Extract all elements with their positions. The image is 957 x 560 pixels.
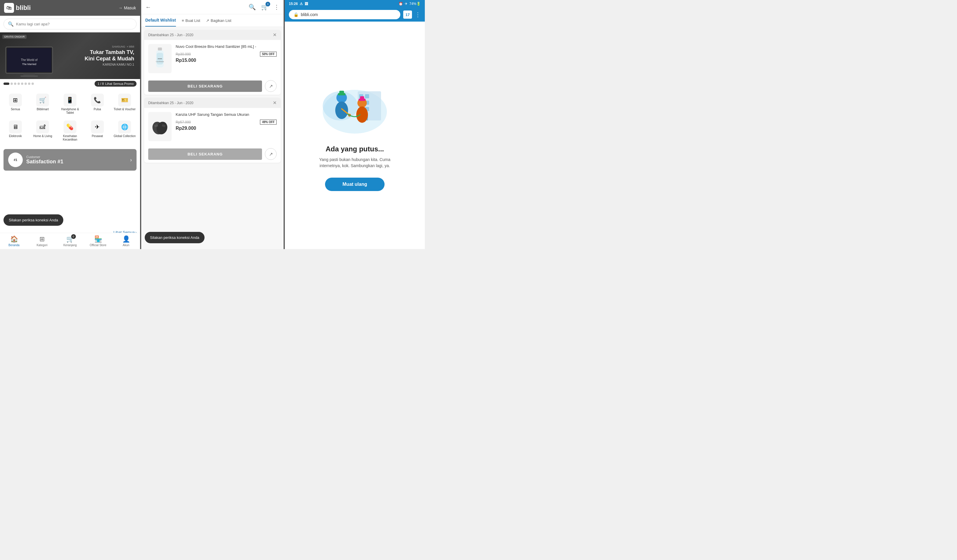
category-ticket[interactable]: 🎫 Ticket & Voucher bbox=[111, 91, 138, 117]
category-bliblimart[interactable]: 🛒 Bliblimart bbox=[30, 91, 56, 117]
browser-menu-icon[interactable]: ⋮ bbox=[415, 11, 421, 18]
category-pulsa[interactable]: 📞 Pulsa bbox=[84, 91, 111, 117]
svg-rect-34 bbox=[360, 96, 364, 99]
wishlist-card-2: Ditambahkan 25 - Jun - 2020 ✕ Kanzia UHF… bbox=[144, 98, 281, 163]
dot-6[interactable] bbox=[25, 82, 27, 85]
category-elektronik[interactable]: 🖥 Elektronik bbox=[2, 118, 28, 144]
nav-keranjang[interactable]: 🛒 0 Keranjang bbox=[56, 233, 84, 249]
category-kesehatan[interactable]: 💊 Kesehatan Kecantikan bbox=[57, 118, 83, 144]
search-button[interactable]: 🔍 bbox=[249, 3, 256, 11]
cart-button[interactable]: 🛒 0 bbox=[261, 3, 268, 11]
panel2-toast: Silakan periksa koneksi Anda bbox=[145, 232, 205, 243]
category-grid: ⊞ Semua 🛒 Bliblimart 📱 Handphone & Table… bbox=[0, 91, 140, 144]
error-title: Ada yang putus... bbox=[325, 145, 384, 153]
dot-2[interactable] bbox=[11, 82, 13, 85]
search-input[interactable] bbox=[16, 22, 132, 26]
product-image-2 bbox=[148, 112, 172, 141]
wishlist-card-1-body: nuvo Cool Breeze Nuvo Cool Breeze Biru H… bbox=[144, 40, 281, 77]
close-card-2-icon[interactable]: ✕ bbox=[273, 100, 276, 106]
tab-default-wishlist[interactable]: Default Wishlist bbox=[145, 14, 176, 27]
pesawat-icon: ✈ bbox=[91, 120, 104, 133]
buat-list-button[interactable]: ≡ Buat List bbox=[182, 16, 200, 26]
nav-akun[interactable]: 👤 Akun bbox=[112, 233, 140, 249]
date-added-2: Ditambahkan 25 - Jun - 2020 bbox=[148, 101, 193, 105]
wishlist-header-actions: 🔍 🛒 0 ⋮ bbox=[249, 3, 280, 11]
panel-blibli-app: 🛍 blibli → Masuk 🔍 The World of The Marr… bbox=[0, 0, 140, 249]
dot-5[interactable] bbox=[21, 82, 23, 85]
svg-point-26 bbox=[335, 101, 348, 119]
wishlist-card-1: Ditambahkan 25 - Jun - 2020 ✕ nuvo Cool … bbox=[144, 30, 281, 95]
bliblimart-icon: 🛒 bbox=[36, 94, 49, 106]
alarm-icon: ⏰ bbox=[398, 2, 403, 6]
banner-area: The World of The Married SAMSUNG × blibl… bbox=[0, 32, 140, 79]
category-icon: ⊞ bbox=[39, 235, 45, 243]
battery-level: 74%🔋 bbox=[409, 2, 421, 6]
close-card-1-icon[interactable]: ✕ bbox=[273, 32, 276, 38]
elektronik-icon: 🖥 bbox=[9, 120, 22, 133]
sale-price-1: Rp15.000 bbox=[176, 58, 276, 63]
satisfaction-banner[interactable]: #1 Customer Satisfaction #1 › bbox=[3, 149, 137, 170]
login-icon: → bbox=[118, 6, 123, 10]
pulsa-icon: 📞 bbox=[91, 94, 104, 106]
time-display: 15:26 bbox=[289, 2, 298, 6]
category-global[interactable]: 🌐 Global Collection bbox=[111, 118, 138, 144]
share-button-2[interactable]: ↗ bbox=[265, 148, 276, 160]
bliblimart-label: Bliblimart bbox=[37, 107, 49, 111]
error-content: Ada yang putus... Yang pasti bukan hubun… bbox=[285, 22, 425, 249]
dot-7[interactable] bbox=[28, 82, 30, 85]
wishlist-card-2-header: Ditambahkan 25 - Jun - 2020 ✕ bbox=[144, 98, 281, 108]
lock-icon: 🔒 bbox=[294, 12, 298, 17]
status-bar: 15:26 ⚠ 🖼 ⏰ ✈ 74%🔋 bbox=[285, 0, 425, 8]
app-header: 🛍 blibli → Masuk bbox=[0, 0, 140, 16]
original-price-2: Rp57.000 bbox=[176, 120, 191, 124]
logo-icon: 🛍 bbox=[4, 3, 14, 13]
bottom-navigation: 🏠 Beranda ⊞ Kategori 🛒 0 Keranjang 🏪 Off… bbox=[0, 233, 140, 249]
wishlist-items-list: Ditambahkan 25 - Jun - 2020 ✕ nuvo Cool … bbox=[141, 27, 284, 249]
svg-rect-19 bbox=[365, 94, 369, 98]
url-bar[interactable]: 🔒 blibli.com bbox=[289, 10, 400, 19]
beli-sekarang-button-2[interactable]: BELI SEKARANG bbox=[148, 148, 262, 160]
login-button[interactable]: → Masuk bbox=[118, 6, 136, 10]
wishlist-card-2-footer: BELI SEKARANG ↗ bbox=[144, 145, 281, 163]
promo-counter[interactable]: 1 / 8 Lihat Semua Promo bbox=[95, 81, 137, 87]
dot-1[interactable] bbox=[3, 82, 9, 85]
category-handphone[interactable]: 📱 Handphone & Tablet bbox=[57, 91, 83, 117]
semua-icon: ⊞ bbox=[9, 94, 22, 106]
satisfaction-label: Customer bbox=[26, 155, 63, 159]
price-row-1: Rp30.000 50% OFF bbox=[176, 52, 276, 57]
bagikan-list-button[interactable]: ↗ Bagikan List bbox=[206, 16, 231, 26]
warning-icon: ⚠ bbox=[300, 2, 303, 6]
store-icon: 🏪 bbox=[94, 235, 102, 243]
tab-count-button[interactable]: 17 bbox=[403, 11, 412, 19]
nav-official-store[interactable]: 🏪 Official Store bbox=[84, 233, 112, 249]
wishlist-card-1-header: Ditambahkan 25 - Jun - 2020 ✕ bbox=[144, 30, 281, 40]
logo-text: blibli bbox=[16, 4, 31, 12]
dot-3[interactable] bbox=[14, 82, 16, 85]
dot-4[interactable] bbox=[17, 82, 20, 85]
nav-beranda[interactable]: 🏠 Beranda bbox=[0, 233, 28, 249]
beli-sekarang-button-1[interactable]: BELI SEKARANG bbox=[148, 80, 262, 92]
wishlist-tab-bar: Default Wishlist ≡ Buat List ↗ Bagikan L… bbox=[141, 14, 284, 27]
date-added-1: Ditambahkan 25 - Jun - 2020 bbox=[148, 33, 193, 37]
wishlist-card-2-body: Kanzia UHF Sarung Tangan Semua Ukuran Rp… bbox=[144, 108, 281, 145]
home-icon: 🏠 bbox=[10, 235, 18, 243]
bottle-illustration: nuvo Cool Breeze bbox=[153, 47, 167, 70]
category-pesawat[interactable]: ✈ Pesawat bbox=[84, 118, 111, 144]
reload-button[interactable]: Muat ulang bbox=[325, 178, 385, 191]
svg-rect-28 bbox=[340, 91, 344, 94]
panel-browser: 15:26 ⚠ 🖼 ⏰ ✈ 74%🔋 🔒 blibli.com 17 ⋮ bbox=[285, 0, 425, 249]
dot-8[interactable] bbox=[32, 82, 34, 85]
share-button-1[interactable]: ↗ bbox=[265, 80, 276, 92]
search-bar[interactable]: 🔍 bbox=[3, 19, 137, 30]
product-name-1: Nuvo Cool Breeze Biru Hand Sanitizer [85… bbox=[176, 44, 276, 49]
category-semua[interactable]: ⊞ Semua bbox=[2, 91, 28, 117]
banner-dots: 1 / 8 Lihat Semua Promo bbox=[0, 79, 140, 88]
home-living-label: Home & Living bbox=[33, 134, 52, 138]
nav-kategori[interactable]: ⊞ Kategori bbox=[28, 233, 56, 249]
panel-wishlist: ← 🔍 🛒 0 ⋮ Default Wishlist ≡ Buat List ↗… bbox=[141, 0, 284, 249]
back-button[interactable]: ← bbox=[145, 4, 151, 11]
category-home-living[interactable]: 🛋 Home & Living bbox=[30, 118, 56, 144]
sale-price-2: Rp29.000 bbox=[176, 126, 276, 131]
more-button[interactable]: ⋮ bbox=[274, 3, 280, 11]
satisfaction-icon: #1 bbox=[8, 153, 23, 167]
